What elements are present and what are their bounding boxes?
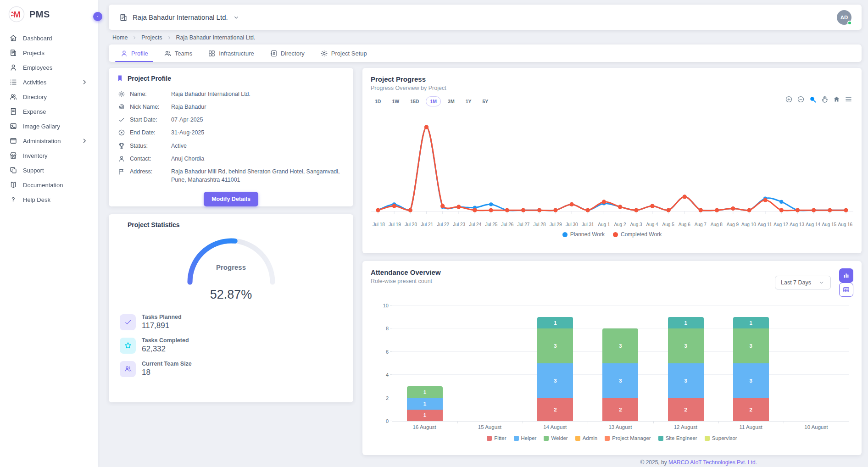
range-button-1m[interactable]: 1M: [426, 96, 441, 106]
stat-text: Tasks Planned117,891: [142, 314, 182, 330]
contactbook-icon: [270, 50, 278, 57]
company-switcher[interactable]: Raja Bahadur International Ltd.: [119, 13, 240, 22]
user-avatar[interactable]: AD: [837, 10, 851, 25]
legend-completed-work[interactable]: Completed Work: [613, 231, 662, 238]
legend-dot: [613, 232, 618, 237]
breadcrumb-item-projects[interactable]: Projects: [141, 34, 162, 41]
profile-card-title: Project Profile: [128, 75, 171, 82]
help-icon: ?: [9, 195, 17, 204]
brand-logo[interactable]: M PMS: [0, 0, 98, 25]
sidebar-item-employees[interactable]: Employees: [0, 60, 98, 75]
legend-welder[interactable]: Welder: [544, 435, 568, 441]
tab-project-setup[interactable]: Project Setup: [312, 44, 375, 62]
sidebar-item-label: Directory: [23, 94, 89, 100]
bar-slot-10-august: [784, 306, 849, 421]
bar-data-label: 2: [619, 407, 622, 412]
field-value: Raja Bahadur: [171, 103, 344, 111]
sidebar-item-directory[interactable]: Directory: [0, 89, 98, 104]
legend-helper[interactable]: Helper: [514, 435, 537, 441]
bar-data-label: 1: [423, 401, 426, 406]
company-name: Raja Bahadur International Ltd.: [133, 13, 228, 21]
x-category-label: 16 August: [392, 424, 457, 430]
stat-label: Tasks Completed: [142, 337, 189, 344]
stat-label: Current Team Size: [142, 361, 192, 367]
bar-view-button[interactable]: [839, 268, 853, 283]
store-icon: [9, 151, 17, 160]
x-category-label: 13 August: [588, 424, 653, 430]
field-value: Anuj Chordia: [171, 155, 344, 163]
menu-icon[interactable]: [845, 95, 852, 103]
bar-segment-fitter: 2: [537, 398, 573, 421]
legend-planned-work[interactable]: Planned Work: [562, 231, 605, 238]
zoom-out-icon[interactable]: [797, 95, 805, 103]
x-axis-label: Aug 15: [821, 222, 837, 227]
legend-project-manager[interactable]: Project Manager: [605, 435, 651, 441]
x-axis-label: Aug 16: [837, 222, 853, 227]
sidebar-item-dashboard[interactable]: Dashboard: [0, 31, 98, 45]
fingerprint-icon: [118, 103, 125, 111]
breadcrumb-item-home[interactable]: Home: [112, 34, 128, 41]
range-button-1y[interactable]: 1Y: [462, 96, 476, 106]
chevron-right-icon: [132, 35, 137, 40]
footer-company-link[interactable]: MARCO AIoT Technologies Pvt. Ltd.: [668, 459, 757, 466]
legend-supervisor[interactable]: Supervisor: [705, 435, 737, 441]
x-axis-label: Jul 20: [403, 222, 419, 227]
sidebar-item-projects[interactable]: Projects: [0, 45, 98, 60]
x-tick-mark: [849, 421, 849, 423]
bar-data-label: 3: [554, 343, 556, 349]
tab-label: Directory: [281, 50, 305, 57]
selection-zoom-icon[interactable]: [809, 95, 817, 103]
profile-field-nick-name: Nick Name:Raja Bahadur: [116, 100, 346, 113]
bar-data-label: 1: [554, 320, 556, 326]
sidebar-collapse-button[interactable]: [93, 12, 102, 21]
stat-tasks-planned: Tasks Planned117,891: [120, 314, 346, 330]
stat-text: Current Team Size18: [142, 361, 192, 377]
chevron-right-icon: [80, 137, 89, 145]
x-axis-label: Jul 25: [483, 222, 499, 227]
chevron-down-icon: [818, 279, 825, 286]
sidebar-item-expense[interactable]: Expense: [0, 104, 98, 119]
sidebar-item-image-gallary[interactable]: Image Gallary: [0, 119, 98, 133]
range-button-5y[interactable]: 5Y: [478, 96, 492, 106]
x-tick-mark: [784, 421, 784, 423]
period-select[interactable]: Last 7 Days: [775, 276, 831, 289]
bar-segment-fitter: 1: [407, 410, 443, 421]
reset-home-icon[interactable]: [833, 95, 840, 103]
range-button-1d[interactable]: 1D: [371, 96, 385, 106]
star-icon-box: [120, 338, 136, 354]
sidebar-item-documentation[interactable]: Documentation: [0, 178, 98, 192]
modify-details-button[interactable]: Modify Details: [204, 192, 258, 206]
range-button-3m[interactable]: 3M: [444, 96, 459, 106]
trophy-icon: [118, 142, 125, 150]
people-icon: [124, 365, 132, 373]
table-view-button[interactable]: [839, 283, 853, 297]
field-label: Status:: [130, 142, 167, 150]
sidebar-item-support[interactable]: Support: [0, 163, 98, 178]
zoom-in-icon[interactable]: [785, 95, 793, 103]
field-label: Address:: [130, 167, 167, 184]
tab-directory[interactable]: Directory: [262, 44, 312, 62]
sidebar-item-activities[interactable]: Activities: [0, 75, 98, 89]
sidebar-item-help-desk[interactable]: ?Help Desk: [0, 192, 98, 207]
logo-m-icon: M: [8, 6, 25, 22]
legend-admin[interactable]: Admin: [575, 435, 598, 441]
pan-icon[interactable]: [821, 95, 829, 103]
tab-profile[interactable]: Profile: [112, 44, 156, 62]
tab-infrastructure[interactable]: Infrastructure: [200, 44, 262, 62]
apps-grid-button[interactable]: [819, 12, 829, 23]
avatar-initials: AD: [840, 15, 848, 20]
legend-site-engineer[interactable]: Site Engineer: [658, 435, 697, 441]
stacked-bar: 2331: [668, 317, 704, 421]
sidebar-item-inventory[interactable]: Inventory: [0, 148, 98, 163]
range-button-1w[interactable]: 1W: [388, 96, 403, 106]
range-button-15d[interactable]: 15D: [406, 96, 423, 106]
online-status-dot: [847, 21, 852, 25]
breadcrumb-item-raja-bahadur-international-ltd: Raja Bahadur International Ltd.: [176, 34, 256, 41]
range-selector: 1D1W15D1M3M1Y5Y: [371, 96, 853, 106]
attendance-overview-card: Attendance Overview Role-wise present co…: [362, 261, 862, 455]
x-axis-label: Aug 7: [692, 222, 708, 227]
tab-teams[interactable]: Teams: [156, 44, 200, 62]
legend-fitter[interactable]: Fitter: [487, 435, 506, 441]
sidebar-item-administration[interactable]: Administration: [0, 133, 98, 148]
x-axis-label: Jul 21: [419, 222, 435, 227]
